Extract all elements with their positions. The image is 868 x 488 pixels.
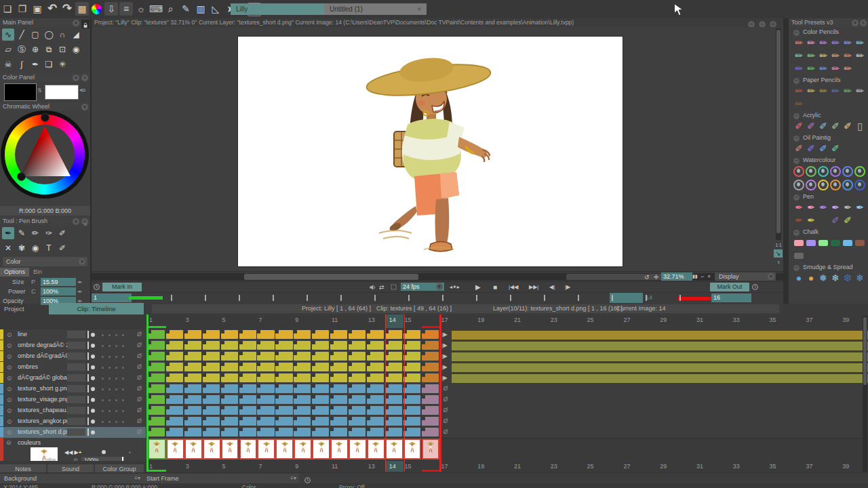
frame-cell[interactable]	[385, 363, 402, 371]
frame-cell[interactable]	[294, 352, 311, 361]
frame-cell[interactable]	[275, 352, 292, 361]
pre-behaviour-icon[interactable]: Ø	[137, 428, 142, 435]
frame-cell[interactable]	[239, 406, 256, 415]
color-panel-collapse-icon[interactable]: ▾	[73, 75, 79, 81]
frame-cell[interactable]	[330, 330, 347, 339]
collapse-icon[interactable]: ⊖	[6, 439, 12, 446]
couleurs-frame-cell[interactable]	[422, 439, 440, 460]
light-icon[interactable]: ☼	[134, 2, 148, 16]
post-behaviour-icon[interactable]: Ø	[443, 418, 448, 424]
layer-visibility-dot[interactable]	[102, 450, 106, 454]
pen1-tool-3[interactable]: ✑	[43, 227, 55, 239]
tab-project[interactable]: Project	[4, 305, 24, 312]
hue-knob[interactable]	[41, 113, 50, 122]
main1-tool-5[interactable]: ◢	[70, 28, 82, 41]
brush-preset[interactable]: ❆	[842, 272, 854, 285]
frame-cell[interactable]	[422, 428, 439, 436]
layer-option-dot[interactable]	[122, 432, 124, 434]
main1-tool-1[interactable]: ╱	[16, 28, 28, 41]
frame-cell[interactable]	[312, 373, 329, 382]
frame-cell[interactable]	[275, 395, 292, 404]
play-button[interactable]: ▶	[475, 283, 481, 291]
main1-tool-4[interactable]: ∩	[56, 28, 68, 41]
frame-cell[interactable]	[385, 373, 402, 382]
brush-preset[interactable]: ✏	[854, 49, 866, 62]
frame-cell[interactable]	[349, 341, 366, 350]
layer-option-dot[interactable]	[102, 345, 104, 347]
primary-color-swatch[interactable]	[4, 83, 37, 101]
frame-cell[interactable]	[257, 373, 274, 382]
fps-field[interactable]: 24 fps ▾	[401, 283, 444, 291]
power-input[interactable]: 100%	[41, 287, 76, 296]
frame-cell[interactable]	[239, 417, 256, 426]
chalk-preset[interactable]	[831, 240, 840, 246]
layer-option-dot[interactable]	[122, 367, 124, 369]
frame-cell[interactable]	[221, 406, 238, 415]
timeline-scrollbar[interactable]	[863, 316, 867, 472]
frame-cell[interactable]	[257, 384, 274, 393]
chalk-preset[interactable]	[843, 240, 852, 246]
frame-cell[interactable]	[330, 384, 347, 393]
post-behaviour-icon[interactable]: Ø	[443, 396, 448, 403]
layer-option-dot[interactable]	[115, 432, 117, 434]
frame-cell[interactable]	[330, 352, 347, 361]
layer-visibility-dot[interactable]	[91, 344, 95, 348]
brush-preset[interactable]: ✏	[793, 49, 805, 62]
layer-anim-icon[interactable]: ⊙	[7, 386, 12, 392]
brush-preset[interactable]: ✒	[842, 201, 854, 214]
brush-preset[interactable]: ✏	[793, 37, 805, 49]
frame-cell[interactable]	[312, 417, 329, 426]
pre-behaviour-icon[interactable]: Ø	[137, 396, 142, 403]
frame-cell[interactable]	[294, 395, 311, 404]
main2-tool-0[interactable]: ▱	[2, 43, 14, 56]
redo-icon[interactable]: ↷	[60, 2, 74, 16]
frame-cell[interactable]	[203, 395, 220, 404]
frame-cell[interactable]	[166, 417, 183, 426]
frame-cell[interactable]	[184, 428, 201, 436]
view-maximize-icon[interactable]: ▫	[759, 20, 766, 27]
watercolour-preset[interactable]	[818, 166, 829, 177]
layer-name[interactable]: couleurs	[18, 439, 41, 446]
pre-behaviour-icon[interactable]: Ø	[137, 342, 142, 348]
frame-cell[interactable]	[422, 395, 439, 404]
brush-preset[interactable]: ❅	[817, 272, 829, 285]
frame-cell[interactable]	[166, 384, 183, 393]
sv-knob[interactable]	[17, 172, 26, 181]
watercolour-preset[interactable]	[806, 166, 816, 177]
brush-preset[interactable]: ✒	[793, 201, 805, 214]
fit-view-button[interactable]: ↘	[774, 249, 783, 258]
frame-cell[interactable]	[349, 417, 366, 426]
layer-name[interactable]: line	[18, 331, 27, 338]
frame-cell[interactable]	[385, 395, 402, 404]
brush-preset[interactable]: ●	[805, 272, 817, 285]
save-icon[interactable]: ▣	[31, 2, 44, 16]
watercolour-preset[interactable]	[806, 180, 816, 190]
frame-cell[interactable]	[294, 363, 311, 371]
frame-cell[interactable]	[294, 417, 311, 426]
frame-cell[interactable]	[148, 330, 165, 339]
layer-row[interactable]: ⊙textures_chapeau.png	[0, 405, 146, 417]
watercolour-preset[interactable]	[830, 180, 841, 190]
chalk-preset[interactable]	[855, 240, 865, 246]
brush-preset[interactable]: ✐	[829, 120, 842, 133]
frame-cell[interactable]	[275, 384, 292, 393]
tab-untitled[interactable]: Untitled (1) ×	[324, 3, 427, 15]
frame-cell[interactable]	[330, 395, 347, 404]
anchor-view-button[interactable]: ♀	[774, 259, 783, 266]
keypad-icon[interactable]: ⌨	[149, 2, 163, 16]
frame-cell[interactable]	[422, 341, 439, 350]
layer-option-dot[interactable]	[115, 334, 117, 336]
watercolour-preset[interactable]	[854, 166, 865, 177]
lock-icon[interactable]	[81, 20, 90, 28]
brush-preset[interactable]: ✒	[829, 201, 842, 214]
watercolour-preset[interactable]	[818, 180, 829, 190]
frame-cell[interactable]	[330, 341, 347, 350]
watercolour-preset[interactable]	[793, 180, 804, 190]
mark-out-frame-field[interactable]: 16	[711, 293, 751, 302]
pre-behaviour-icon[interactable]: Ø	[137, 352, 142, 359]
chalk-preset[interactable]	[794, 240, 804, 246]
frame-cell[interactable]	[221, 352, 238, 361]
brush-preset[interactable]: ✐	[829, 142, 842, 155]
frame-cell[interactable]	[203, 406, 220, 415]
frame-cell[interactable]	[166, 395, 183, 404]
